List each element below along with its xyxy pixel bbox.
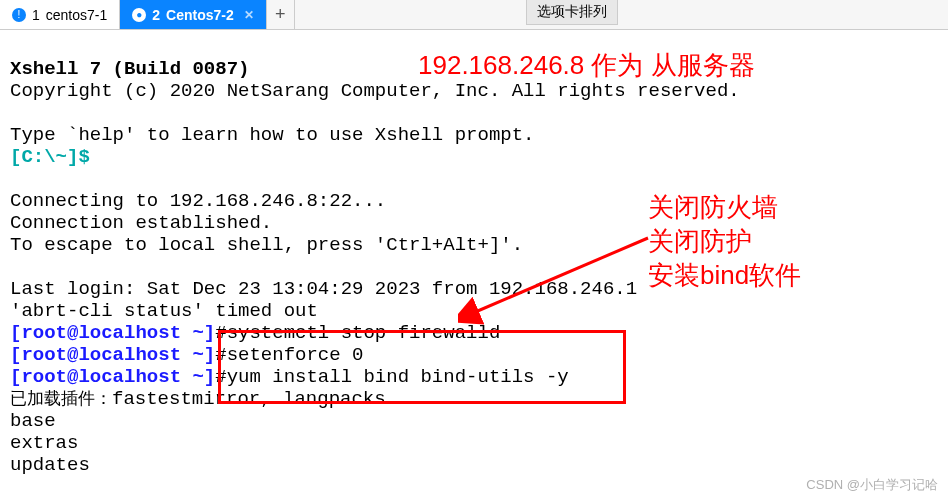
cmd2: setenforce 0 (227, 344, 364, 366)
annotation-top: 192.168.246.8 作为 从服务器 (418, 48, 755, 83)
hash1: # (215, 322, 226, 344)
plugins-val: fastestmirror, langpacks (112, 388, 386, 410)
tab-centos7-1[interactable]: ! 1 centos7-1 (0, 0, 120, 29)
term-connect3: To escape to local shell, press 'Ctrl+Al… (10, 234, 523, 256)
tab-label: Centos7-2 (166, 7, 234, 23)
annot-side-3: 安装bind软件 (648, 258, 801, 292)
prompt-root-2: [root@localhost ~] (10, 344, 215, 366)
terminal-output[interactable]: Xshell 7 (Build 0087) Copyright (c) 2020… (0, 30, 948, 482)
term-lastlogin: Last login: Sat Dec 23 13:04:29 2023 fro… (10, 278, 637, 300)
term-abrt: 'abrt-cli status' timed out (10, 300, 318, 322)
prompt-local: [C:\~]$ (10, 146, 90, 168)
tab-arrange-label[interactable]: 选项卡排列 (526, 0, 618, 25)
hash2: # (215, 344, 226, 366)
hash3: # (215, 366, 226, 388)
tab-label: centos7-1 (46, 7, 107, 23)
close-icon[interactable]: ✕ (244, 8, 254, 22)
active-dot-icon: ● (132, 8, 146, 22)
repo-updates: updates (10, 454, 90, 476)
prompt-root-3: [root@localhost ~] (10, 366, 215, 388)
term-help: Type `help' to learn how to use Xshell p… (10, 124, 535, 146)
term-connect2: Connection established. (10, 212, 272, 234)
repo-base: base (10, 410, 56, 432)
repo-extras: extras (10, 432, 78, 454)
add-tab-button[interactable]: + (267, 0, 295, 29)
term-connect1: Connecting to 192.168.246.8:22... (10, 190, 386, 212)
annotation-side: 关闭防火墙 关闭防护 安装bind软件 (648, 190, 801, 292)
info-icon: ! (12, 8, 26, 22)
term-header1: Xshell 7 (Build 0087) (10, 58, 249, 80)
annot-side-1: 关闭防火墙 (648, 190, 801, 224)
cmd3: yum install bind bind-utils -y (227, 366, 569, 388)
tab-num: 2 (152, 7, 160, 23)
annot-side-2: 关闭防护 (648, 224, 801, 258)
plugins-label: 已加载插件： (10, 389, 112, 408)
cmd1: systemctl stop firewalld (227, 322, 501, 344)
tab-num: 1 (32, 7, 40, 23)
prompt-root-1: [root@localhost ~] (10, 322, 215, 344)
tab-bar: ! 1 centos7-1 ● 2 Centos7-2 ✕ + (0, 0, 948, 30)
tab-centos7-2[interactable]: ● 2 Centos7-2 ✕ (120, 0, 266, 29)
term-header2: Copyright (c) 2020 NetSarang Computer, I… (10, 80, 740, 102)
watermark: CSDN @小白学习记哈 (806, 476, 938, 494)
